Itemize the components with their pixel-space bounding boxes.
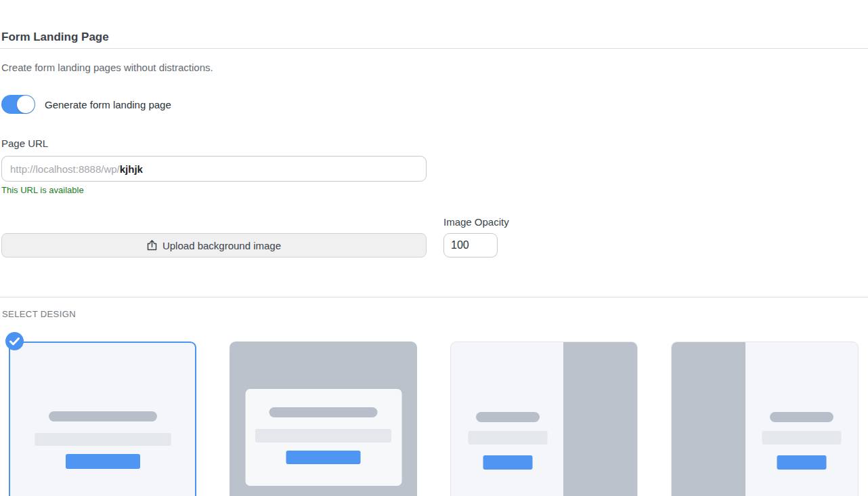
thumb-title-bar xyxy=(770,412,833,422)
image-opacity-label: Image Opacity xyxy=(443,216,509,228)
thumb-title-bar xyxy=(476,412,540,422)
page-url-value: kjhjk xyxy=(120,163,143,175)
upload-icon xyxy=(147,240,157,251)
upload-column: Upload background image xyxy=(1,233,427,257)
page-url-input[interactable]: http://localhost:8888/wp/kjhjk xyxy=(1,156,427,182)
select-design-label: SELECT DESIGN xyxy=(2,309,868,320)
toggle-label: Generate form landing page xyxy=(45,99,171,110)
design-option-3[interactable] xyxy=(450,342,638,496)
page-title: Form Landing Page xyxy=(0,30,868,49)
thumb-submit-button xyxy=(66,454,140,469)
thumb-submit-button xyxy=(286,451,361,464)
generate-landing-toggle-row: Generate form landing page xyxy=(1,95,868,114)
thumb-field-bar xyxy=(255,429,391,442)
thumb-field-bar xyxy=(468,431,547,445)
thumb-media-panel xyxy=(672,342,745,496)
thumb-submit-button xyxy=(483,455,532,470)
image-opacity-input[interactable] xyxy=(443,233,498,257)
design-option-4[interactable] xyxy=(671,342,859,496)
design-option-2[interactable] xyxy=(230,342,417,496)
design-option-1[interactable] xyxy=(9,342,196,496)
thumb-form-card xyxy=(245,389,402,486)
opacity-column: Image Opacity xyxy=(443,216,509,257)
thumb-title-bar xyxy=(49,411,157,421)
page-url-label: Page URL xyxy=(1,138,868,150)
design-options-row xyxy=(9,342,868,496)
thumb-form-area xyxy=(745,342,858,496)
form-landing-page-settings: Form Landing Page Create form landing pa… xyxy=(0,30,868,496)
upload-background-image-button[interactable]: Upload background image xyxy=(1,233,427,257)
upload-button-label: Upload background image xyxy=(162,240,281,251)
section-divider xyxy=(0,297,868,297)
toggle-knob xyxy=(17,96,35,113)
url-availability-status: This URL is available xyxy=(1,185,868,196)
page-url-prefix: http://localhost:8888/wp/ xyxy=(10,163,120,175)
background-image-row: Upload background image Image Opacity xyxy=(1,216,868,257)
thumb-submit-button xyxy=(777,455,827,470)
thumb-field-bar xyxy=(35,433,171,446)
thumb-media-panel xyxy=(563,342,637,496)
thumb-field-bar xyxy=(762,431,842,445)
thumb-form-area xyxy=(451,342,564,496)
thumb-title-bar xyxy=(269,407,378,417)
generate-landing-toggle[interactable] xyxy=(1,95,35,114)
page-subtitle: Create form landing pages without distra… xyxy=(1,61,868,75)
check-icon xyxy=(5,332,24,350)
